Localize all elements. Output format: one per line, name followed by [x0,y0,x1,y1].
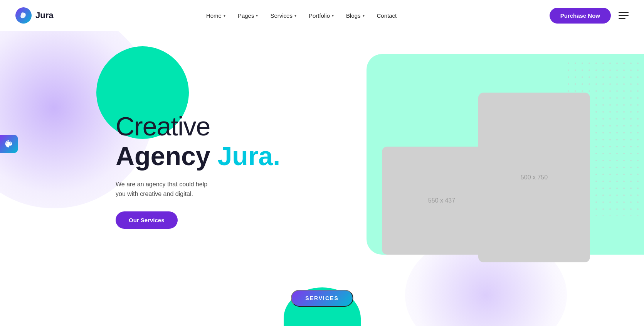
palette-tab-button[interactable] [0,135,18,153]
purchase-now-button[interactable]: Purchase Now [550,8,611,24]
nav-item-home[interactable]: Home ▾ [206,12,225,19]
hero-title-line2: Agency Jura. [116,141,280,171]
hero-content: Creative Agency Jura. We are an agency t… [116,112,280,229]
nav-item-contact[interactable]: Contact [377,12,397,19]
hero-title-creative: Creative [116,112,280,141]
nav-menu: Home ▾ Pages ▾ Services ▾ Portfolio ▾ Bl… [206,12,397,19]
nav-item-services[interactable]: Services ▾ [270,12,296,19]
navbar: Jura Home ▾ Pages ▾ Services ▾ Portfolio… [0,0,644,31]
our-services-button[interactable]: Our Services [116,211,178,229]
chevron-down-icon: ▾ [332,14,334,18]
chevron-down-icon: ▾ [294,14,296,18]
chevron-down-icon: ▾ [224,14,225,18]
hero-section: Creative Agency Jura. We are an agency t… [0,31,644,326]
palette-icon [5,140,13,148]
logo[interactable]: Jura [15,7,53,24]
nav-item-blogs[interactable]: Blogs ▾ [346,12,365,19]
nav-item-pages[interactable]: Pages ▾ [238,12,258,19]
chevron-down-icon: ▾ [363,14,365,18]
svg-point-0 [24,14,25,15]
navbar-right: Purchase Now [550,8,629,24]
services-badge-section: SERVICES [291,290,353,307]
services-badge-button[interactable]: SERVICES [291,290,353,307]
logo-icon [15,7,32,24]
hero-description: We are an agency that could help you wit… [116,179,239,199]
hero-image-large: 500 x 750 [478,93,590,262]
hero-images-container: 550 x 437 500 x 750 [382,62,613,278]
hero-title-jura: Jura [218,141,273,171]
hamburger-menu-icon[interactable] [619,12,629,19]
logo-text: Jura [35,10,53,20]
hero-title-dot: . [273,141,280,171]
chevron-down-icon: ▾ [256,14,258,18]
nav-item-portfolio[interactable]: Portfolio ▾ [309,12,334,19]
hero-title-agency: Agency [116,141,218,171]
